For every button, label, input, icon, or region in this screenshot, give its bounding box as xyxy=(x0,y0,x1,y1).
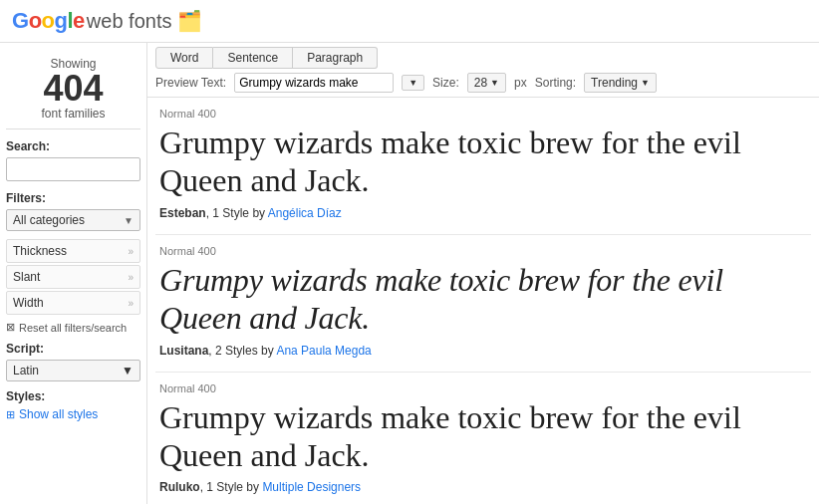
toolbar-options-row: Preview Text: ▼ Size: 28 ▼ px Sorting: T… xyxy=(155,73,811,93)
logo-letter-g: G xyxy=(12,8,29,33)
preview-text-dropdown-arrow: ▼ xyxy=(409,78,417,88)
font-preview-0: Grumpy wizards make toxic brew for the e… xyxy=(159,124,807,200)
size-dropdown[interactable]: 28 ▼ xyxy=(467,73,506,93)
font-meta-1: Normal 400 xyxy=(159,245,807,257)
preview-text-input[interactable] xyxy=(234,73,394,93)
font-author-link-2[interactable]: Multiple Designers xyxy=(262,480,361,494)
script-value: Latin xyxy=(13,364,39,378)
search-label: Search: xyxy=(6,139,140,153)
font-card-ruluko: Normal 400 Grumpy wizards make toxic bre… xyxy=(155,373,811,504)
toolbar: Word Sentence Paragraph Preview Text: ▼ … xyxy=(147,43,819,98)
thickness-label: Thickness xyxy=(13,244,67,258)
category-value: All categories xyxy=(13,213,85,227)
reset-filters-button[interactable]: ⊠ Reset all filters/search xyxy=(6,321,140,334)
thickness-filter[interactable]: Thickness » xyxy=(6,239,140,263)
show-all-icon: ⊞ xyxy=(6,408,15,421)
preview-text-label: Preview Text: xyxy=(155,76,226,90)
sorting-value: Trending xyxy=(591,76,638,90)
script-dropdown[interactable]: Latin ▼ xyxy=(6,360,140,381)
filters-label: Filters: xyxy=(6,191,140,205)
slant-filter[interactable]: Slant » xyxy=(6,265,140,289)
briefcase-icon: 🗂️ xyxy=(177,9,202,33)
tab-paragraph[interactable]: Paragraph xyxy=(293,47,378,69)
font-meta-0: Normal 400 xyxy=(159,108,807,120)
font-card-esteban: Normal 400 Grumpy wizards make toxic bre… xyxy=(155,98,811,235)
font-list: Normal 400 Grumpy wizards make toxic bre… xyxy=(147,98,819,504)
font-styles-2: 1 Style xyxy=(206,480,243,494)
app-title: web fonts xyxy=(87,10,172,33)
font-info-0: Esteban, 1 Style by Angélica Díaz xyxy=(159,206,807,220)
font-name-1: Lusitana xyxy=(159,344,208,358)
logo-letter-o1: o xyxy=(29,8,42,33)
font-styles-0: 1 Style xyxy=(212,206,249,220)
font-info-1: Lusitana, 2 Styles by Ana Paula Megda xyxy=(159,344,807,358)
preview-text-dropdown[interactable]: ▼ xyxy=(402,75,424,91)
font-count-display: Showing 404 font families xyxy=(6,51,140,129)
show-all-styles-button[interactable]: ⊞ Show all styles xyxy=(6,407,140,421)
font-name-2: Ruluko xyxy=(159,480,200,494)
font-author-link-1[interactable]: Ana Paula Megda xyxy=(276,344,371,358)
size-unit: px xyxy=(514,76,527,90)
size-label: Size: xyxy=(432,76,459,90)
font-preview-2: Grumpy wizards make toxic brew for the e… xyxy=(159,398,807,475)
sorting-dropdown-arrow: ▼ xyxy=(641,78,650,88)
thickness-expand-icon: » xyxy=(128,246,134,257)
show-all-styles-label: Show all styles xyxy=(19,407,98,421)
font-info-2: Ruluko, 1 Style by Multiple Designers xyxy=(159,480,807,494)
tab-word[interactable]: Word xyxy=(155,47,213,69)
logo-letter-o2: o xyxy=(42,8,55,33)
sidebar: Showing 404 font families Search: Filter… xyxy=(0,43,147,504)
google-logo: Google xyxy=(12,8,85,34)
main-content: Word Sentence Paragraph Preview Text: ▼ … xyxy=(147,43,819,504)
script-dropdown-arrow: ▼ xyxy=(122,364,134,378)
size-value: 28 xyxy=(474,76,487,90)
font-meta-2: Normal 400 xyxy=(159,382,807,394)
sorting-label: Sorting: xyxy=(535,76,576,90)
app-header: Google web fonts 🗂️ xyxy=(0,0,819,43)
preview-tab-group: Word Sentence Paragraph xyxy=(155,47,811,69)
size-dropdown-arrow: ▼ xyxy=(490,78,499,88)
category-dropdown[interactable]: All categories ▼ xyxy=(6,209,140,231)
reset-label: Reset all filters/search xyxy=(19,322,127,334)
font-name-0: Esteban xyxy=(159,206,206,220)
logo-letter-e: e xyxy=(73,8,85,33)
logo-letter-g2: g xyxy=(55,8,68,33)
styles-label: Styles: xyxy=(6,389,140,403)
sorting-dropdown[interactable]: Trending ▼ xyxy=(584,73,657,93)
font-preview-1: Grumpy wizards make toxic brew for the e… xyxy=(159,261,807,338)
font-author-link-0[interactable]: Angélica Díaz xyxy=(268,206,342,220)
font-styles-1: 2 Styles xyxy=(215,344,258,358)
script-label: Script: xyxy=(6,342,140,356)
category-dropdown-arrow: ▼ xyxy=(124,215,134,226)
font-card-lusitana: Normal 400 Grumpy wizards make toxic bre… xyxy=(155,235,811,373)
slant-label: Slant xyxy=(13,270,40,284)
search-input[interactable] xyxy=(6,157,140,181)
reset-icon: ⊠ xyxy=(6,321,15,334)
width-filter[interactable]: Width » xyxy=(6,291,140,315)
font-count-number: 404 xyxy=(6,71,140,107)
tab-sentence[interactable]: Sentence xyxy=(213,47,293,69)
font-count-families: font families xyxy=(6,107,140,121)
width-expand-icon: » xyxy=(128,298,134,309)
slant-expand-icon: » xyxy=(128,272,134,283)
width-label: Width xyxy=(13,296,44,310)
